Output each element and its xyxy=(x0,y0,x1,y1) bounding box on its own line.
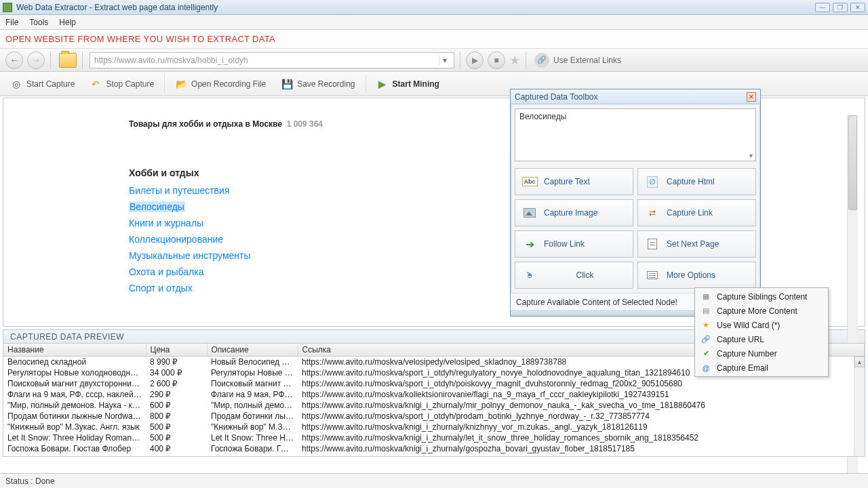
menu-item-icon: ★ xyxy=(701,320,711,331)
menu-item-icon: ▦ xyxy=(701,291,711,302)
forward-button[interactable]: → xyxy=(27,52,45,69)
table-row[interactable]: Поисковый магнит двухсторонний Редм...2 … xyxy=(3,378,865,389)
table-row[interactable]: Флаги на 9 мая, РФ, ссср, наклейки,л...2… xyxy=(3,389,865,400)
abc-icon: Abc xyxy=(522,177,538,186)
play-button[interactable]: ▶ xyxy=(466,52,484,69)
list-icon xyxy=(647,271,658,279)
status-bar: Status : Done xyxy=(0,473,868,488)
play-icon: ▶ xyxy=(376,78,389,90)
table-row[interactable]: "Книжный вор" М.Зукас. Англ. язык500 ₽"К… xyxy=(3,422,865,432)
hint-bar: OPEN WEBSITE FROM WHERE YOU WISH TO EXTR… xyxy=(0,30,868,49)
start-capture-button[interactable]: ◎Start Capture xyxy=(4,75,81,94)
column-header[interactable]: Описание xyxy=(207,344,298,357)
context-menu-item[interactable]: 🔗Capture URL xyxy=(695,332,828,346)
column-header[interactable]: Цена xyxy=(146,344,207,357)
back-button[interactable]: ← xyxy=(5,52,23,69)
maximize-button[interactable]: ❐ xyxy=(833,3,848,12)
external-links-label: Use External Links xyxy=(553,56,621,65)
page-title-count: 1 009 364 xyxy=(287,119,323,129)
category-link[interactable]: Велосипеды xyxy=(129,201,185,212)
menu-item-icon: @ xyxy=(701,363,711,373)
menu-tools[interactable]: Tools xyxy=(29,18,48,27)
table-row[interactable]: Let It Snow: Three Holiday Romances (сбо… xyxy=(3,432,865,443)
save-recording-button[interactable]: 💾Save Recording xyxy=(275,75,361,94)
capture-html-button[interactable]: ∅Capture Html xyxy=(637,168,756,195)
start-mining-button[interactable]: ▶Start Mining xyxy=(370,75,446,94)
scrollbar-thumb[interactable] xyxy=(848,115,857,210)
menu-item-icon: 🔗 xyxy=(701,334,711,345)
column-header[interactable]: Название xyxy=(3,344,146,357)
menubar: File Tools Help xyxy=(0,15,868,30)
cursor-icon: 🖱 xyxy=(522,268,537,283)
capture-image-button[interactable]: Capture Image xyxy=(515,199,633,226)
scroll-up-icon[interactable]: ▲ xyxy=(854,357,865,367)
table-scrollbar[interactable]: ▲ xyxy=(854,357,865,456)
link-icon: ⇄ xyxy=(645,205,660,220)
open-folder-icon[interactable] xyxy=(59,53,77,68)
url-dropdown-icon[interactable]: ▾ xyxy=(439,56,450,65)
window-title: Web Data Extractor - Extract web page da… xyxy=(16,3,218,12)
toolbox-close-icon[interactable]: ✕ xyxy=(747,92,756,102)
minimize-button[interactable]: — xyxy=(815,3,830,12)
app-icon xyxy=(3,3,12,12)
menu-item-icon: ✔ xyxy=(701,348,711,359)
context-menu-item[interactable]: ✔Capture Number xyxy=(695,346,828,361)
page-icon xyxy=(648,239,657,249)
toolbox-selection-text[interactable]: Велосипеды ▼ xyxy=(515,108,756,161)
favorite-icon[interactable]: ★ xyxy=(509,53,520,68)
context-menu-item[interactable]: ★Use Wild Card (*) xyxy=(695,318,828,332)
menu-item-icon: ▤ xyxy=(701,306,711,317)
url-input[interactable] xyxy=(94,56,439,65)
chevron-down-icon[interactable]: ▼ xyxy=(748,152,754,159)
stop-button[interactable]: ■ xyxy=(488,52,505,69)
more-options-button[interactable]: More Options xyxy=(637,262,756,289)
nav-toolbar: ← → ▾ ▶ ■ ★ 🔗 Use External Links xyxy=(0,49,868,72)
url-field[interactable]: ▾ xyxy=(90,52,454,68)
target-icon: ◎ xyxy=(10,78,22,90)
follow-link-button[interactable]: ➜Follow Link xyxy=(515,230,633,258)
save-icon: 💾 xyxy=(281,78,293,90)
close-button[interactable]: ✕ xyxy=(850,3,865,12)
context-menu-item[interactable]: ▤Capture More Content xyxy=(695,304,828,318)
more-options-menu: ▦Capture Siblings Content▤Capture More C… xyxy=(694,287,829,377)
toolbox-title: Captured Data Toolbox xyxy=(515,92,598,102)
undo-icon: ↶ xyxy=(90,78,102,90)
titlebar: Web Data Extractor - Extract web page da… xyxy=(0,0,868,15)
capture-link-button[interactable]: ⇄Capture Link xyxy=(637,199,756,226)
html-icon: ∅ xyxy=(647,176,658,188)
follow-arrow-icon: ➜ xyxy=(522,237,537,251)
set-next-page-button[interactable]: Set Next Page xyxy=(637,230,756,258)
folder-open-icon: 📂 xyxy=(175,78,187,90)
context-menu-item[interactable]: ▦Capture Siblings Content xyxy=(695,289,828,304)
table-row[interactable]: Продам ботинки лыжные Nordway - р.32800 … xyxy=(3,411,865,422)
menu-file[interactable]: File xyxy=(5,18,18,27)
context-menu-item[interactable]: @Capture Email xyxy=(695,361,828,375)
capture-text-button[interactable]: AbcCapture Text xyxy=(515,168,633,195)
open-recording-button[interactable]: 📂Open Recording File xyxy=(169,75,272,94)
image-icon xyxy=(524,208,536,218)
menu-help[interactable]: Help xyxy=(59,18,76,27)
table-row[interactable]: Госпожа Бовари. Гюстав Флобер400 ₽Госпож… xyxy=(3,443,865,454)
click-button[interactable]: 🖱Click xyxy=(515,262,633,289)
status-text: Status : Done xyxy=(5,476,55,486)
stop-capture-button[interactable]: ↶Stop Capture xyxy=(83,75,160,94)
captured-data-toolbox: Captured Data Toolbox ✕ Велосипеды ▼ Abc… xyxy=(510,89,761,317)
table-row[interactable]: "Мир, полный демонов. Наука - как све...… xyxy=(3,400,865,411)
external-links-icon[interactable]: 🔗 xyxy=(534,53,549,68)
